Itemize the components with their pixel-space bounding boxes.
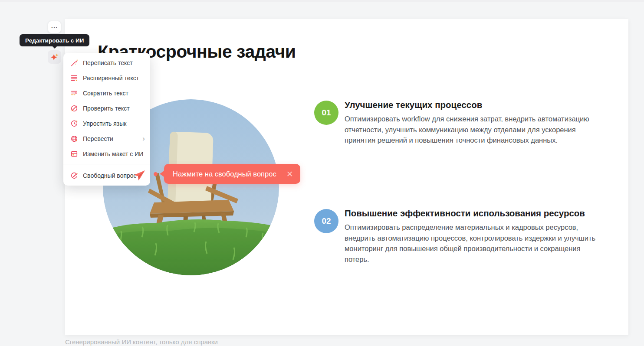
menu-item-expand-text[interactable]: Расширенный текст	[63, 70, 150, 85]
check-text-icon	[70, 104, 78, 112]
ai-disclaimer-note: Сгенерированный ИИ контент, только для с…	[65, 338, 218, 346]
left-border	[5, 2, 5, 346]
sparkle-icon	[50, 52, 59, 62]
ellipsis-icon: ...	[51, 24, 58, 31]
chevron-right-icon: ›	[142, 135, 145, 142]
simplify-language-icon	[70, 120, 78, 127]
free-question-icon	[70, 172, 78, 180]
ai-edit-tooltip-label: Редактировать с ИИ	[25, 37, 84, 44]
item-1-body: Оптимизировать workflow для снижения зат…	[345, 114, 599, 146]
menu-item-change-layout[interactable]: Изменить макет с ИИ	[63, 146, 150, 161]
item-2-body: Оптимизировать распределение материальны…	[345, 222, 599, 264]
menu-item-check-text[interactable]: Проверить текст	[63, 101, 150, 116]
ai-edit-menu: Переписать текст Расширенный текст	[63, 53, 150, 186]
expand-text-icon	[70, 74, 78, 82]
menu-item-rewrite-text[interactable]: Переписать текст	[63, 55, 150, 70]
menu-item-label: Упростить язык	[83, 120, 126, 127]
translate-icon	[70, 135, 78, 143]
menu-item-shorten-text[interactable]: Сократить текст	[63, 85, 150, 101]
top-border	[0, 2, 644, 2]
item-1-number-badge: 01	[314, 101, 338, 125]
menu-divider	[63, 164, 150, 164]
editor-canvas: Краткосрочные задачи	[0, 0, 644, 346]
onboarding-tooltip: Нажмите на свободный вопрос ✕	[164, 164, 300, 184]
shorten-text-icon	[70, 89, 78, 97]
onboarding-beacon-dot	[154, 172, 158, 176]
item-1-title: Улучшение текущих процессов	[345, 100, 482, 110]
menu-item-label: Расширенный текст	[83, 75, 139, 82]
ai-sparkle-button[interactable]	[48, 50, 61, 64]
menu-item-label: Сократить текст	[83, 90, 128, 97]
menu-item-label: Переписать текст	[83, 59, 133, 66]
item-2-title: Повышение эффективности использования ре…	[345, 208, 585, 219]
item-2-number-badge: 02	[314, 209, 338, 233]
layout-icon	[70, 150, 78, 158]
menu-item-label: Проверить текст	[83, 105, 130, 112]
menu-item-label: Изменить макет с ИИ	[83, 150, 143, 157]
menu-item-translate[interactable]: Перевести ›	[63, 131, 150, 146]
menu-item-label: Перевести	[83, 135, 113, 142]
menu-item-free-question[interactable]: Свободный вопрос	[63, 168, 150, 183]
magic-wand-icon	[70, 59, 78, 67]
menu-item-label: Свободный вопрос	[83, 172, 137, 179]
ai-edit-tooltip: Редактировать с ИИ	[20, 34, 89, 46]
onboarding-tooltip-text: Нажмите на свободный вопрос	[173, 170, 276, 178]
paper-plane-cursor-icon	[133, 170, 146, 183]
more-options-button[interactable]: ...	[48, 21, 61, 33]
menu-item-simplify-language[interactable]: Упростить язык	[63, 116, 150, 131]
close-icon[interactable]: ✕	[286, 170, 294, 178]
